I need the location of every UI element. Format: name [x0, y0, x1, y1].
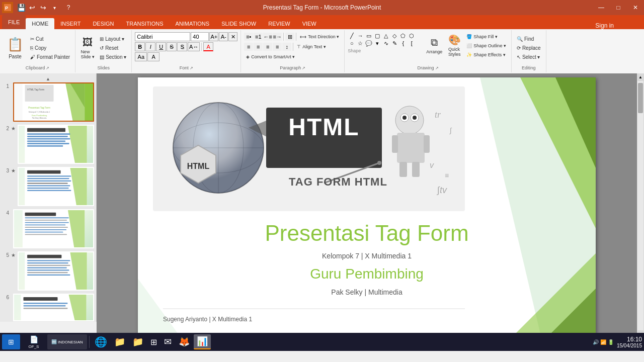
bold-button[interactable]: B	[135, 42, 145, 51]
text-direction-button[interactable]: ⟷ Text Direction ▾	[298, 32, 341, 41]
shape-more[interactable]: ▾	[373, 40, 381, 47]
shape-bracket[interactable]: [	[408, 40, 416, 47]
new-slide-button[interactable]: 🖼 NewSlide ▾	[78, 34, 97, 62]
slide-thumbnail-4[interactable]	[13, 209, 94, 248]
underline-button[interactable]: U	[156, 42, 166, 51]
taskbar-language[interactable]: 🔤 INDONESIAN	[47, 334, 87, 349]
strikethrough-button[interactable]: S	[167, 42, 177, 51]
decrease-indent-button[interactable]: ←≡	[263, 33, 272, 41]
redo-button[interactable]: ↪	[38, 3, 48, 13]
scroll-up-arrow[interactable]: ▲	[638, 73, 642, 80]
save-button[interactable]: 💾	[16, 3, 26, 13]
tab-insert[interactable]: INSERT	[54, 18, 87, 29]
tab-design[interactable]: DESIGN	[87, 18, 120, 29]
shape-arrow[interactable]: →	[356, 32, 364, 39]
start-button[interactable]: ⊞	[2, 334, 20, 349]
align-right-button[interactable]: ≡	[263, 43, 272, 51]
shape-triangle[interactable]: △	[382, 32, 390, 39]
taskbar-ie[interactable]: 🌐	[92, 334, 110, 349]
align-text-button[interactable]: ⊤ Align Text ▾	[295, 42, 328, 51]
slides-scroll-up[interactable]: ▲	[2, 75, 94, 82]
close-button[interactable]: ✕	[627, 0, 644, 15]
shape-star[interactable]: ☆	[356, 40, 364, 47]
increase-indent-button[interactable]: ≡→	[273, 33, 282, 41]
slide-thumbnail-6[interactable]	[13, 294, 94, 321]
minimize-button[interactable]: —	[593, 0, 610, 15]
sign-in-link[interactable]: Sign in	[595, 22, 614, 29]
shape-oval[interactable]: ○	[348, 40, 356, 47]
reset-button[interactable]: ↺ Reset	[98, 43, 128, 52]
help-button[interactable]: ?	[63, 3, 73, 13]
increase-font-button[interactable]: A+	[209, 32, 218, 41]
justify-button[interactable]: ≡	[273, 43, 282, 51]
quick-styles-button[interactable]: 🎨 QuickStyles	[445, 32, 463, 58]
taskbar-folder2[interactable]: 📁	[129, 334, 146, 349]
font-case-button[interactable]: Aa	[135, 52, 147, 61]
select-button[interactable]: ↖ Select ▾	[515, 52, 543, 61]
taskbar-metro[interactable]: ⊞	[147, 334, 160, 349]
shape-outline-button[interactable]: ⬜ Shape Outline ▾	[464, 41, 508, 50]
paste-button[interactable]: 📋 Paste	[3, 34, 27, 62]
numbering-button[interactable]: ≡1	[254, 33, 263, 41]
shape-rect[interactable]: ▭	[365, 32, 373, 39]
align-center-button[interactable]: ≡	[254, 43, 263, 51]
shadow-button[interactable]: S	[177, 42, 187, 51]
columns-button[interactable]: ⊞	[285, 33, 294, 41]
tab-home[interactable]: HOME	[26, 18, 54, 29]
slide-thumbnail-2[interactable]	[18, 125, 94, 164]
section-button[interactable]: ▤ Section ▾	[98, 52, 128, 61]
taskbar-folder1[interactable]: 📁	[111, 334, 128, 349]
slide-thumbnail-3[interactable]	[18, 167, 94, 206]
find-button[interactable]: 🔍 Find	[515, 34, 543, 43]
char-spacing-button[interactable]: A↔	[188, 42, 200, 51]
tab-review[interactable]: REVIEW	[262, 18, 296, 29]
maximize-button[interactable]: □	[610, 0, 627, 15]
layout-button[interactable]: ⊞ Layout ▾	[98, 34, 128, 43]
shape-hexagon[interactable]: ⬡	[408, 32, 416, 39]
tab-transitions[interactable]: TRANSITIONS	[120, 18, 170, 29]
system-tray[interactable]: 🔊 📶 🔋	[593, 339, 614, 345]
clear-format-button[interactable]: ✕	[228, 32, 237, 41]
shape-brace[interactable]: {	[399, 40, 407, 47]
replace-button[interactable]: ⟳ Replace	[515, 43, 543, 52]
scroll-thumb[interactable]	[638, 83, 643, 113]
decrease-font-button[interactable]: A-	[219, 32, 228, 41]
font-name-input[interactable]	[135, 32, 190, 41]
shape-callout[interactable]: 💬	[365, 40, 373, 47]
shape-freeform[interactable]: ✎	[390, 40, 398, 47]
font-color-button[interactable]: A	[203, 42, 213, 51]
shape-diamond[interactable]: ◇	[390, 32, 398, 39]
shape-fill-button[interactable]: 🪣 Shape Fill ▾	[464, 32, 508, 41]
quick-access-more-button[interactable]: ▾	[49, 3, 59, 13]
shape-round-rect[interactable]: ▢	[373, 32, 381, 39]
slide-thumbnail-5[interactable]	[18, 251, 94, 291]
italic-button[interactable]: I	[145, 42, 155, 51]
convert-smartart-button[interactable]: ◈ Convert to SmartArt ▾	[244, 52, 297, 61]
bullets-button[interactable]: ≡•	[244, 33, 253, 41]
taskbar-firefox[interactable]: 🦊	[176, 334, 193, 349]
align-left-button[interactable]: ≡	[244, 43, 253, 51]
tab-slideshow[interactable]: SLIDE SHOW	[215, 18, 262, 29]
shape-pentagon[interactable]: ⬠	[399, 32, 407, 39]
slide-vertical-scrollbar[interactable]: ▲ ▼	[637, 73, 644, 338]
line-spacing-button[interactable]: ↕	[282, 43, 291, 51]
taskbar-powerpoint[interactable]: 📊	[194, 334, 211, 349]
shape-line[interactable]: ╱	[348, 32, 356, 39]
taskbar-mail[interactable]: ✉	[161, 334, 175, 349]
copy-button[interactable]: ⎘ Copy	[28, 43, 72, 52]
tab-animations[interactable]: ANIMATIONS	[170, 18, 216, 29]
shape-curve[interactable]: ∿	[382, 40, 390, 47]
slide-canvas[interactable]: HTML HTML TAG FORM HTML	[138, 77, 596, 334]
shape-effects-button[interactable]: ✨ Shape Effects ▾	[464, 50, 508, 59]
taskbar-office[interactable]: 📄 OF_S	[21, 334, 46, 349]
arrange-button[interactable]: ⧉ Arrange	[424, 32, 444, 58]
font-color2-button[interactable]: A	[147, 52, 159, 61]
slide-thumbnail-1[interactable]: HTML Tag Form Presentasi Tag Form Kelomp…	[13, 82, 94, 122]
tab-file[interactable]: FILE	[2, 15, 26, 29]
tab-view[interactable]: VIEW	[296, 18, 323, 29]
cut-button[interactable]: ✂ Cut	[28, 34, 72, 43]
font-size-input[interactable]	[191, 32, 209, 41]
undo-button[interactable]: ↩	[27, 3, 37, 13]
slide-edit-area[interactable]: HTML HTML TAG FORM HTML	[97, 73, 637, 338]
format-painter-button[interactable]: 🖌 Format Painter	[28, 52, 72, 61]
